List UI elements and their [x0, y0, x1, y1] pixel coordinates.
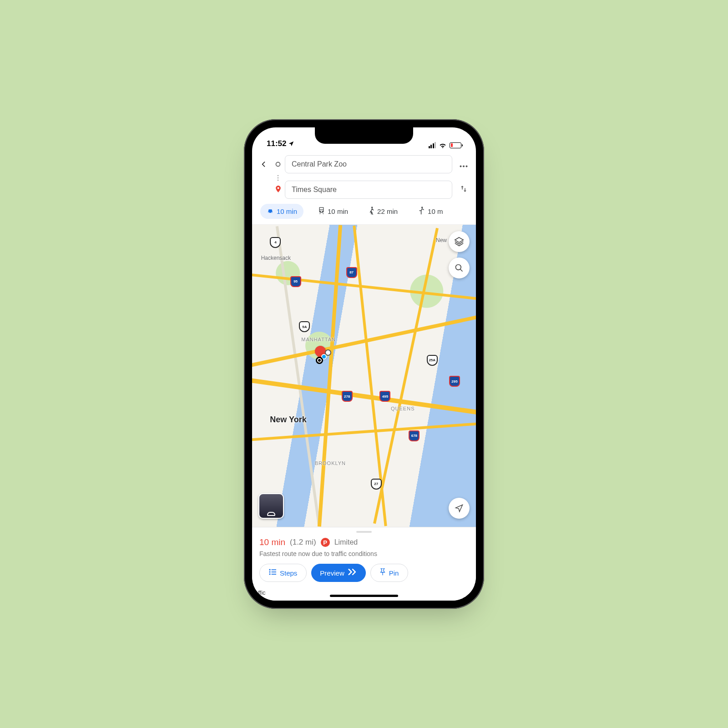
svg-point-12 — [269, 571, 270, 572]
screen: 11:52 Central Park Zoo — [252, 127, 476, 601]
target-marker-icon — [316, 357, 323, 364]
svg-point-0 — [276, 162, 280, 166]
pin-button[interactable]: Pin — [370, 564, 409, 582]
destination-pin-icon — [273, 186, 283, 194]
origin-dot-icon — [273, 161, 283, 168]
svg-point-2 — [463, 165, 465, 167]
svg-point-7 — [371, 207, 373, 208]
more-horiz-icon — [460, 165, 468, 167]
notch — [315, 127, 413, 144]
route-sheet[interactable]: 10 min (1.2 mi) P Limited Fastest route … — [252, 527, 476, 601]
map-label-manhattan: MANHATTAN — [301, 337, 336, 342]
swap-button[interactable] — [454, 184, 473, 196]
mode-driving[interactable]: 10 min — [260, 204, 303, 219]
my-location-button[interactable] — [449, 498, 470, 519]
interstate-shield-87: 87 — [346, 267, 357, 278]
car-icon — [267, 207, 274, 215]
map-label-hackensack: Hackensack — [261, 255, 291, 261]
route-shield-27: 27 — [371, 479, 382, 490]
home-indicator[interactable] — [330, 595, 398, 597]
route-actions: Steps Preview Pin — [259, 564, 469, 582]
back-button[interactable] — [255, 158, 273, 171]
mode-rideshare-label: 10 m — [428, 207, 443, 215]
pushpin-icon — [380, 568, 385, 577]
battery-icon — [450, 142, 461, 148]
interstate-shield-495: 495 — [379, 391, 390, 402]
navigation-arrow-icon — [455, 504, 464, 513]
directions-header: Central Park Zoo Times Square — [252, 151, 476, 225]
svg-point-4 — [278, 175, 278, 176]
rideshare-icon — [419, 207, 425, 216]
route-markers — [315, 346, 326, 357]
preview-button[interactable]: Preview — [311, 564, 365, 582]
svg-point-6 — [278, 180, 278, 181]
map-label-brooklyn: BROOKLYN — [315, 460, 346, 466]
interstate-shield-95: 95 — [290, 276, 301, 287]
svg-point-14 — [269, 573, 270, 575]
svg-point-3 — [466, 165, 468, 167]
mode-transit-label: 10 min — [328, 207, 348, 215]
svg-point-8 — [421, 207, 423, 208]
search-icon — [455, 263, 464, 273]
mode-walking-label: 22 min — [377, 207, 398, 215]
svg-rect-15 — [272, 574, 276, 575]
mode-rideshare[interactable]: 10 m — [412, 204, 449, 219]
map-label-newyork: New York — [270, 415, 306, 425]
swap-vert-icon — [460, 184, 468, 193]
svg-point-9 — [456, 265, 461, 270]
mode-driving-label: 10 min — [277, 207, 297, 215]
map-search-button[interactable] — [449, 258, 470, 278]
svg-point-10 — [269, 569, 270, 571]
parking-status: Limited — [334, 538, 358, 546]
steps-button[interactable]: Steps — [259, 564, 307, 582]
location-arrow-icon — [288, 141, 294, 147]
layers-icon — [454, 237, 464, 247]
svg-rect-13 — [272, 571, 276, 572]
origin-input[interactable]: Central Park Zoo — [285, 155, 452, 173]
route-shield-4: 4 — [270, 237, 281, 248]
route-summary: 10 min (1.2 mi) P Limited — [259, 537, 469, 547]
route-shield-9a: 9A — [299, 321, 310, 332]
list-icon — [269, 569, 276, 577]
destination-input[interactable]: Times Square — [285, 181, 452, 199]
parking-badge-icon: P — [321, 538, 330, 547]
chevron-left-icon — [260, 161, 268, 168]
travel-mode-tabs: 10 min 10 min 22 min — [255, 200, 473, 224]
map-label-new-partial: New — [436, 237, 447, 243]
route-distance: (1.2 mi) — [290, 538, 316, 547]
svg-point-1 — [460, 165, 462, 167]
preview-label: Preview — [320, 569, 344, 577]
wifi-icon — [439, 142, 447, 148]
map-label-queens: QUEENS — [391, 406, 415, 411]
steps-label: Steps — [280, 569, 297, 577]
more-button[interactable] — [454, 159, 473, 170]
route-duration: 10 min — [259, 537, 285, 547]
double-chevron-right-icon — [348, 569, 357, 577]
streetview-icon — [267, 512, 275, 516]
train-icon — [318, 207, 325, 216]
waypoints-dots-icon — [273, 175, 283, 183]
map-layers-button[interactable] — [449, 231, 470, 252]
streetview-thumbnail[interactable] — [258, 493, 284, 519]
signal-icon — [429, 142, 436, 148]
status-time: 11:52 — [267, 139, 286, 148]
svg-point-5 — [278, 177, 278, 178]
route-note: Fastest route now due to traffic conditi… — [259, 550, 469, 557]
svg-rect-11 — [272, 569, 276, 570]
phone-frame: 11:52 Central Park Zoo — [244, 119, 484, 609]
interstate-shield-278: 278 — [342, 391, 353, 402]
interstate-shield-295: 295 — [449, 376, 460, 387]
interstate-shield-678: 678 — [409, 430, 420, 441]
walk-icon — [369, 207, 374, 216]
mode-walking[interactable]: 22 min — [363, 204, 404, 219]
map-canvas[interactable]: 4 95 87 9A 25A 295 278 495 678 27 Hacken… — [252, 225, 476, 527]
mode-transit[interactable]: 10 min — [312, 204, 354, 219]
sheet-grabber[interactable] — [356, 531, 372, 533]
route-shield-25a: 25A — [427, 355, 438, 366]
pin-label: Pin — [389, 569, 399, 577]
